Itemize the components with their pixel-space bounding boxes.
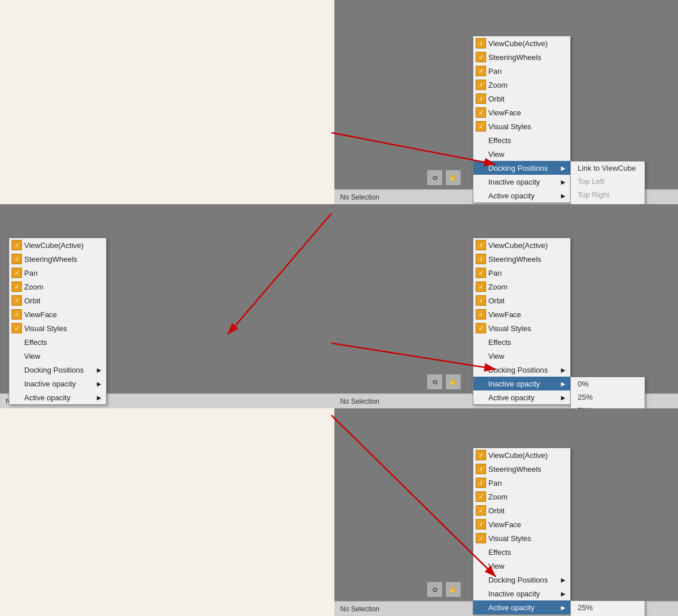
menu-active-4[interactable]: Active opacity ▶ 25% 50% 75% ✓100% (473, 600, 570, 614)
menu-orbit-2[interactable]: ✓ Orbit (9, 294, 106, 307)
menu-steeringwheels-1[interactable]: ✓ SteeringWheels (473, 50, 570, 64)
submenu-active-4[interactable]: 25% 50% 75% ✓100% (570, 600, 645, 616)
submenu-top-left: Top Left (571, 175, 645, 188)
menu-zoom-2[interactable]: ✓ Zoom (9, 280, 106, 294)
menu-zoom-3[interactable]: ✓ Zoom (473, 280, 570, 294)
submenu-link-viewcube[interactable]: Link to ViewCube (571, 161, 645, 175)
pan-icon-3[interactable]: ✋ (445, 374, 461, 390)
menu-viewface-1[interactable]: ✓ ViewFace (473, 106, 570, 119)
check-zoom-3: ✓ (476, 281, 486, 292)
check-orbit-4: ✓ (476, 505, 486, 516)
menu-sw-2[interactable]: ✓ SteeringWheels (9, 252, 106, 266)
menu-effects-1[interactable]: Effects (473, 133, 570, 147)
check-viewface-4: ✓ (476, 519, 486, 529)
orbit-icon-3[interactable]: ⊙ (427, 374, 443, 390)
context-menu-1[interactable]: ✓ ViewCube(Active) ✓ SteeringWheels ✓ Pa… (473, 36, 571, 203)
check-sw-1: ✓ (476, 52, 486, 62)
orbit-icon-4[interactable]: ⊙ (427, 581, 443, 598)
check-zoom-2: ✓ (12, 281, 22, 292)
check-orbit-1: ✓ (476, 93, 486, 104)
check-viewcube-2: ✓ (12, 240, 22, 250)
status-text-4: No Selection (340, 605, 379, 613)
check-sw-2: ✓ (12, 254, 22, 264)
submenu-0pct[interactable]: 0% (571, 377, 645, 390)
submenu-inactive-3[interactable]: 0% 25% 50% 75% ✓100% (570, 377, 645, 408)
menu-sw-3[interactable]: ✓ SteeringWheels (473, 252, 570, 266)
status-text-3: No Selection (340, 397, 379, 405)
panel-bot-left (0, 408, 334, 616)
panel-mid-right: ⊙ ✋ No Selection ✓ ViewCube(Active) ✓ St… (334, 204, 678, 408)
submenu-docking-1[interactable]: Link to ViewCube Top Left Top Right Bott… (570, 161, 645, 204)
menu-docking-1[interactable]: Docking Positions ▶ Link to ViewCube Top… (473, 161, 570, 175)
menu-inactive-3[interactable]: Inactive opacity ▶ 0% 25% 50% 75% ✓100% (473, 377, 570, 390)
status-text-1: No Selection (340, 193, 379, 201)
menu-viewface-3[interactable]: ✓ ViewFace (473, 307, 570, 321)
menu-view-1[interactable]: View (473, 147, 570, 161)
context-menu-2[interactable]: ✓ ViewCube(Active) ✓ SteeringWheels ✓ Pa… (9, 238, 107, 405)
submenu-a-25pct[interactable]: 25% (571, 601, 645, 614)
submenu-bottom-left: Bottom left (571, 201, 645, 204)
menu-vs-3[interactable]: ✓ Visual Styles (473, 321, 570, 335)
menu-sw-4[interactable]: ✓ SteeringWheels (473, 462, 570, 476)
check-viewcube-4: ✓ (476, 450, 486, 460)
menu-view-2[interactable]: View (9, 349, 106, 363)
check-vs-2: ✓ (12, 323, 22, 333)
check-vs-1: ✓ (476, 121, 486, 132)
context-menu-4[interactable]: ✓ ViewCube(Active) ✓ SteeringWheels ✓ Pa… (473, 448, 571, 615)
submenu-25pct[interactable]: 25% (571, 390, 645, 404)
menu-orbit-4[interactable]: ✓ Orbit (473, 504, 570, 517)
menu-viewface-4[interactable]: ✓ ViewFace (473, 517, 570, 531)
check-sw-3: ✓ (476, 254, 486, 264)
pan-icon-4[interactable]: ✋ (445, 581, 461, 598)
menu-viewcube-3[interactable]: ✓ ViewCube(Active) (473, 238, 570, 252)
menu-visualstyles-1[interactable]: ✓ Visual Styles (473, 119, 570, 133)
panel-top-right: ⊙ ✋ No Selection ✓ ViewCube(Active) ✓ St… (334, 0, 678, 204)
menu-pan-1[interactable]: ✓ Pan (473, 64, 570, 78)
menu-effects-2[interactable]: Effects (9, 335, 106, 349)
menu-zoom-1[interactable]: ✓ Zoom (473, 78, 570, 92)
submenu-50pct[interactable]: 50% (571, 404, 645, 408)
menu-pan-4[interactable]: ✓ Pan (473, 476, 570, 490)
check-pan-4: ✓ (476, 478, 486, 488)
menu-inactive-4[interactable]: Inactive opacity ▶ (473, 587, 570, 600)
check-viewcube-3: ✓ (476, 240, 486, 250)
menu-docking-3[interactable]: Docking Positions ▶ (473, 363, 570, 377)
menu-active-1[interactable]: Active opacity ▶ (473, 189, 570, 202)
panel-top-left (0, 0, 334, 204)
menu-docking-2[interactable]: Docking Positions ▶ (9, 363, 106, 377)
menu-inactive-2[interactable]: Inactive opacity ▶ (9, 377, 106, 390)
menu-effects-4[interactable]: Effects (473, 545, 570, 559)
check-zoom-1: ✓ (476, 80, 486, 90)
check-zoom-4: ✓ (476, 491, 486, 502)
pan-icon[interactable]: ✋ (445, 170, 461, 186)
menu-pan-3[interactable]: ✓ Pan (473, 266, 570, 280)
menu-view-4[interactable]: View (473, 559, 570, 573)
submenu-top-right: Top Right (571, 188, 645, 201)
check-viewcube-1: ✓ (476, 38, 486, 48)
menu-active-2[interactable]: Active opacity ▶ (9, 390, 106, 404)
check-pan-1: ✓ (476, 66, 486, 76)
menu-zoom-4[interactable]: ✓ Zoom (473, 490, 570, 504)
menu-vs-4[interactable]: ✓ Visual Styles (473, 531, 570, 545)
panel-mid-left: ⊙ ✋ No Selection ✓ ViewCube(Active) ✓ St… (0, 204, 334, 408)
context-menu-3[interactable]: ✓ ViewCube(Active) ✓ SteeringWheels ✓ Pa… (473, 238, 571, 405)
menu-orbit-1[interactable]: ✓ Orbit (473, 92, 570, 106)
menu-active-3[interactable]: Active opacity ▶ (473, 390, 570, 404)
check-sw-4: ✓ (476, 464, 486, 474)
menu-vs-2[interactable]: ✓ Visual Styles (9, 321, 106, 335)
menu-viewcube-1[interactable]: ✓ ViewCube(Active) (473, 36, 570, 50)
menu-pan-2[interactable]: ✓ Pan (9, 266, 106, 280)
check-pan-2: ✓ (12, 268, 22, 278)
menu-effects-3[interactable]: Effects (473, 335, 570, 349)
menu-inactive-1[interactable]: Inactive opacity ▶ (473, 175, 570, 189)
orbit-icon[interactable]: ⊙ (427, 170, 443, 186)
menu-view-3[interactable]: View (473, 349, 570, 363)
menu-orbit-3[interactable]: ✓ Orbit (473, 294, 570, 307)
check-vs-3: ✓ (476, 323, 486, 333)
check-pan-3: ✓ (476, 268, 486, 278)
menu-viewface-2[interactable]: ✓ ViewFace (9, 307, 106, 321)
menu-docking-4[interactable]: Docking Positions ▶ (473, 573, 570, 587)
menu-viewcube-2[interactable]: ✓ ViewCube(Active) (9, 238, 106, 252)
check-orbit-2: ✓ (12, 295, 22, 306)
menu-viewcube-4[interactable]: ✓ ViewCube(Active) (473, 448, 570, 462)
